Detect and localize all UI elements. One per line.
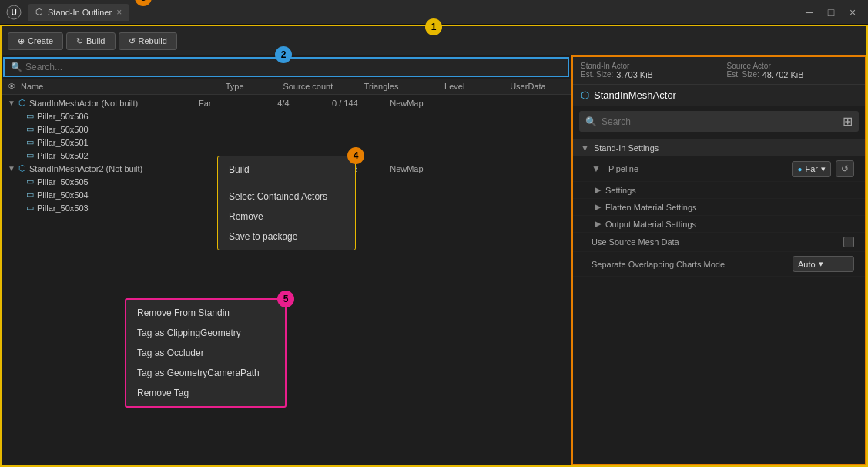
right-panel-header: Stand-In Actor Est. Size: 3.703 KiB Sour…	[573, 57, 865, 85]
mesh-icon-child-3: ▭	[26, 137, 34, 147]
main-layout: 2 🔍 👁 Name Type Source count Triangles L…	[0, 55, 868, 467]
window-tab[interactable]: ⬡ Stand-In Outliner ×	[28, 4, 129, 21]
tree-header: 👁 Name Type Source count Triangles Level…	[2, 79, 571, 95]
actor-2-level: NewMap	[376, 164, 437, 173]
stand-in-settings-header[interactable]: ▼ Stand-In Settings	[573, 139, 865, 156]
use-source-mesh-row: Use Source Mesh Data	[573, 233, 865, 252]
stand-in-settings-section: ▼ Stand-In Settings ▼ Pipeline ● Far ▾ ↺	[573, 139, 865, 277]
child-1-4-name: Pillar_50x502	[37, 151, 89, 160]
stand-in-est-size-row: Est. Size: 3.703 KiB	[581, 70, 712, 79]
grid-view-icon[interactable]: ⊞	[843, 114, 853, 129]
mesh-icon-1: ⬡	[18, 98, 26, 108]
separate-overlapping-dropdown[interactable]: Auto ▾	[793, 256, 854, 272]
tab-icon: ⬡	[35, 7, 43, 17]
build-icon: ↻	[76, 36, 83, 46]
right-panel: 3 Stand-In Actor Est. Size: 3.703 KiB So…	[571, 55, 866, 465]
ctx1-select-contained[interactable]: Select Contained Actors	[218, 186, 355, 207]
col-type: Type	[198, 82, 271, 91]
child-1-2-name: Pillar_50x500	[37, 125, 89, 134]
flatten-material-label: Flatten Material Settings	[605, 203, 697, 212]
settings-sub-row[interactable]: ▶ Settings	[573, 182, 865, 199]
rebuild-icon: ↺	[129, 36, 136, 46]
right-search-input[interactable]	[602, 116, 838, 127]
pipeline-reset-button[interactable]: ↺	[836, 160, 854, 177]
app-window: U ⬡ Stand-In Outliner × ─ □ × 1 ⊕ Create…	[0, 0, 868, 467]
col-name: Name	[21, 82, 198, 91]
ctx1-save-to-package[interactable]: Save to package	[218, 227, 355, 247]
create-button[interactable]: ⊕ Create	[8, 32, 63, 50]
ctx2-remove-tag[interactable]: Remove Tag	[126, 383, 285, 403]
build-button[interactable]: ↻ Build	[66, 32, 115, 50]
source-est-value: 48.702 KiB	[762, 70, 804, 79]
actor-1-type: Far	[199, 99, 253, 108]
source-est-size-row: Est. Size: 48.702 KiB	[727, 70, 858, 79]
child-1-3-name: Pillar_50x501	[37, 138, 89, 147]
left-search-input[interactable]	[25, 62, 561, 72]
use-source-mesh-checkbox[interactable]	[843, 237, 854, 247]
right-search-icon: 🔍	[585, 116, 597, 127]
source-actor-label: Source Actor	[727, 62, 858, 70]
child-1-1-name: Pillar_50x506	[37, 112, 89, 121]
actor-title-name: StandInMeshActor	[594, 89, 676, 101]
stand-in-settings-arrow: ▼	[581, 143, 589, 153]
settings-sub-label: Settings	[605, 186, 636, 195]
ctx2-remove-from-standin[interactable]: Remove From Standin	[126, 303, 285, 323]
right-search-container: 🔍 ⊞	[579, 111, 859, 132]
child-1-3[interactable]: ▭ Pillar_50x501	[2, 136, 571, 149]
col-userdata: UserData	[491, 82, 565, 91]
pipeline-dropdown[interactable]: ● Far ▾	[792, 161, 831, 177]
minimize-button[interactable]: ─	[800, 5, 819, 20]
create-icon: ⊕	[18, 36, 25, 46]
mesh-icon-child-5: ▭	[26, 176, 34, 186]
window-controls: ─ □ ×	[800, 5, 862, 20]
step-badge-2: 2	[275, 46, 292, 63]
ctx2-tag-occluder[interactable]: Tag as Occluder	[126, 343, 285, 363]
output-material-label: Output Material Settings	[605, 220, 696, 229]
tab-close-icon[interactable]: ×	[116, 7, 122, 18]
pipeline-row: ▼ Pipeline ● Far ▾ ↺	[573, 156, 865, 182]
maximize-button[interactable]: □	[822, 5, 840, 20]
pipeline-label: Pipeline	[608, 164, 788, 173]
ctx2-tag-geometry-camera[interactable]: Tag as GeometryCameraPath	[126, 363, 285, 383]
search-icon: 🔍	[11, 62, 22, 72]
separate-dropdown-arrow-icon: ▾	[819, 259, 823, 269]
tree-content: ▼ ⬡ StandInMeshActor (Not built) Far 4/4…	[2, 95, 571, 465]
expand-arrow-2: ▼	[8, 164, 15, 173]
flatten-arrow: ▶	[595, 202, 601, 212]
left-panel: 2 🔍 👁 Name Type Source count Triangles L…	[2, 55, 571, 465]
actor-title-icon: ⬡	[581, 89, 589, 101]
svg-text:U: U	[11, 8, 16, 17]
use-source-mesh-label: Use Source Mesh Data	[592, 237, 837, 247]
child-1-2[interactable]: ▭ Pillar_50x500	[2, 123, 571, 136]
child-1-1[interactable]: ▭ Pillar_50x506	[2, 109, 571, 123]
output-material-row[interactable]: ▶ Output Material Settings	[573, 216, 865, 233]
source-est-label: Est. Size:	[727, 70, 759, 79]
actor-2-name: StandInMeshActor2 (Not built)	[29, 164, 183, 173]
separate-overlapping-value: Auto	[798, 260, 816, 269]
close-button[interactable]: ×	[843, 5, 862, 20]
flatten-material-row[interactable]: ▶ Flatten Material Settings	[573, 199, 865, 216]
step-badge-1: 1	[425, 18, 442, 35]
output-arrow: ▶	[595, 219, 601, 229]
step-badge-4: 4	[347, 147, 364, 164]
rebuild-button[interactable]: ↺ Rebuild	[119, 32, 177, 50]
separate-overlapping-row: Separate Overlapping Charts Mode Auto ▾	[573, 252, 865, 277]
actor-1-row[interactable]: ▼ ⬡ StandInMeshActor (Not built) Far 4/4…	[2, 96, 571, 109]
ctx2-tag-clipping[interactable]: Tag as ClippingGeometry	[126, 323, 285, 343]
child-2-3-name: Pillar_50x503	[37, 203, 89, 213]
ctx1-remove[interactable]: Remove	[218, 207, 355, 227]
pipeline-expand: ▼	[592, 163, 601, 174]
stand-in-actor-section: Stand-In Actor Est. Size: 3.703 KiB	[581, 62, 712, 79]
eye-icon: 👁	[8, 82, 16, 91]
mesh-icon-child-7: ▭	[26, 203, 34, 213]
child-2-2-name: Pillar_50x504	[37, 190, 89, 200]
ctx1-divider	[218, 183, 355, 183]
mesh-icon-child-2: ▭	[26, 124, 34, 134]
actor-1-level: NewMap	[376, 99, 437, 108]
tab-title: Stand-In Outliner	[48, 8, 112, 17]
actor-1-source: 4/4	[253, 99, 314, 108]
ctx1-build[interactable]: Build	[218, 160, 355, 180]
col-level: Level	[418, 82, 491, 91]
pipeline-value: Far	[806, 164, 819, 173]
settings-sub-arrow: ▶	[595, 185, 601, 195]
